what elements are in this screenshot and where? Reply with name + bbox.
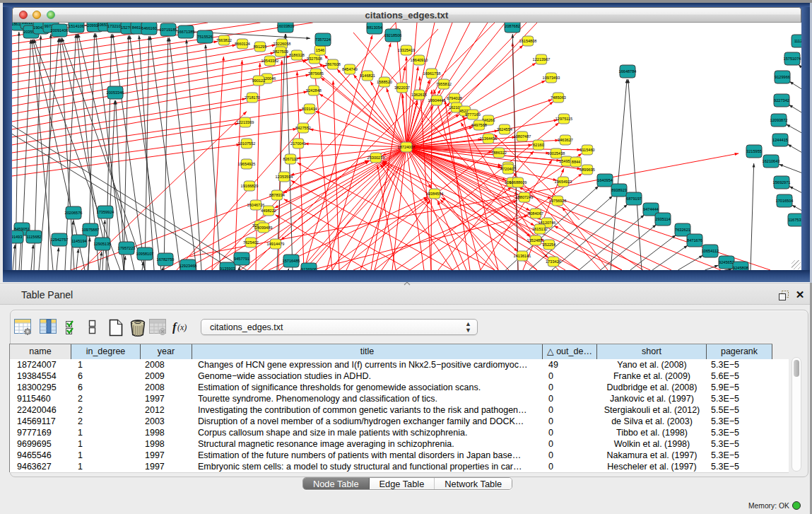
svg-text:15692971: 15692971	[773, 180, 791, 185]
svg-text:2935114: 2935114	[655, 217, 670, 221]
svg-text:18640910: 18640910	[411, 58, 428, 62]
svg-text:8471676: 8471676	[687, 238, 702, 243]
svg-text:7485063: 7485063	[551, 95, 566, 100]
svg-text:20091406: 20091406	[51, 28, 69, 33]
svg-text:9084067: 9084067	[528, 211, 543, 216]
svg-text:17016504: 17016504	[776, 199, 794, 203]
svg-text:10025438: 10025438	[548, 151, 565, 156]
svg-text:18724007: 18724007	[398, 145, 416, 149]
svg-text:12923468: 12923468	[180, 264, 197, 268]
svg-text:(x): (x)	[177, 322, 187, 332]
svg-text:1588520: 1588520	[377, 80, 392, 84]
svg-text:9327508: 9327508	[307, 57, 322, 61]
svg-text:25300273: 25300273	[367, 156, 385, 160]
svg-text:10807487: 10807487	[514, 134, 531, 139]
svg-text:19654925: 19654925	[238, 162, 256, 166]
svg-text:6794028: 6794028	[447, 96, 462, 100]
svg-text:19756928: 19756928	[549, 199, 567, 203]
svg-text:19904448: 19904448	[428, 98, 446, 103]
svg-text:9242848: 9242848	[306, 88, 322, 93]
svg-text:1115682: 1115682	[27, 235, 42, 239]
svg-text:12353594: 12353594	[276, 175, 293, 179]
svg-text:10654112: 10654112	[702, 249, 719, 253]
svg-text:12975115: 12975115	[555, 117, 572, 121]
svg-text:9136906: 9136906	[301, 267, 317, 270]
svg-text:6497568: 6497568	[471, 123, 487, 127]
svg-text:16154808: 16154808	[519, 39, 537, 43]
svg-text:21364436: 21364436	[480, 136, 498, 141]
svg-text:1514106: 1514106	[69, 24, 84, 28]
svg-text:16782759: 16782759	[157, 257, 175, 262]
svg-text:16648784: 16648784	[619, 69, 637, 74]
svg-text:8031414: 8031414	[302, 107, 317, 111]
svg-text:891295: 891295	[254, 45, 267, 49]
svg-text:9245808: 9245808	[733, 266, 748, 270]
svg-text:1615132: 1615132	[532, 227, 548, 231]
svg-text:4498222: 4498222	[261, 209, 276, 213]
svg-text:9227342: 9227342	[774, 98, 789, 103]
svg-text:1733426: 1733426	[546, 259, 561, 264]
svg-text:1362615: 1362615	[411, 93, 427, 97]
svg-text:2087682: 2087682	[505, 24, 520, 28]
svg-text:12213967: 12213967	[533, 57, 551, 62]
svg-text:12942757: 12942757	[51, 238, 69, 242]
svg-text:7886322: 7886322	[491, 151, 507, 155]
svg-text:8267110: 8267110	[283, 157, 298, 161]
svg-text:12905135: 12905135	[94, 242, 112, 246]
svg-text:11121: 11121	[794, 39, 801, 43]
svg-text:6899695: 6899695	[579, 168, 595, 172]
svg-text:16033809: 16033809	[277, 24, 295, 28]
svg-text:17957223: 17957223	[118, 246, 136, 250]
svg-text:9146821: 9146821	[360, 74, 375, 78]
svg-text:12213369: 12213369	[237, 120, 254, 124]
svg-text:7357224: 7357224	[315, 37, 331, 42]
svg-text:7625402: 7625402	[243, 240, 259, 245]
svg-text:9457791: 9457791	[234, 257, 249, 261]
svg-text:23226058: 23226058	[273, 42, 291, 46]
svg-text:16046726: 16046726	[247, 203, 265, 207]
svg-text:3822037: 3822037	[394, 86, 410, 90]
svg-text:8660124: 8660124	[235, 42, 250, 46]
svg-text:9129966: 9129966	[775, 75, 790, 79]
svg-text:1167533: 1167533	[788, 218, 801, 222]
svg-text:3875685: 3875685	[308, 71, 324, 76]
svg-text:13325419: 13325419	[398, 48, 416, 52]
svg-text:391493: 391493	[12, 235, 22, 239]
svg-text:1546: 1546	[316, 48, 324, 52]
svg-text:1640954: 1640954	[597, 178, 613, 182]
svg-text:8186328: 8186328	[289, 53, 305, 57]
svg-text:8813054: 8813054	[367, 25, 382, 30]
svg-text:10107552: 10107552	[238, 141, 256, 146]
svg-text:7632621: 7632621	[675, 228, 690, 232]
svg-text:20053346: 20053346	[107, 90, 124, 95]
svg-text:4720407: 4720407	[500, 167, 516, 171]
svg-text:9474444: 9474444	[643, 207, 659, 211]
svg-text:7955812: 7955812	[436, 82, 452, 86]
svg-text:19218506: 19218506	[384, 33, 402, 37]
svg-text:10975887: 10975887	[82, 228, 100, 232]
svg-text:8454749: 8454749	[342, 67, 358, 71]
svg-text:18807249: 18807249	[516, 195, 534, 199]
svg-text:8844: 8844	[572, 160, 580, 164]
svg-text:19166829: 19166829	[241, 184, 259, 188]
svg-text:10958107: 10958107	[136, 252, 154, 256]
svg-text:17359924: 17359924	[97, 210, 114, 214]
svg-text:16210643: 16210643	[763, 159, 780, 163]
svg-text:9115460: 9115460	[579, 148, 594, 152]
svg-text:19654923: 19654923	[555, 180, 572, 184]
svg-text:3215955: 3215955	[746, 149, 762, 153]
svg-text:9827509: 9827509	[273, 49, 288, 54]
svg-text:20206576: 20206576	[65, 211, 83, 215]
svg-text:16671385: 16671385	[177, 30, 195, 34]
svg-text:7663822: 7663822	[216, 38, 232, 42]
svg-text:15716485: 15716485	[283, 259, 300, 263]
svg-text:1145194: 1145194	[71, 239, 86, 243]
svg-text:19384554: 19384554	[426, 192, 444, 196]
svg-text:990122: 990122	[252, 78, 266, 83]
svg-text:15751074: 15751074	[784, 57, 801, 61]
svg-text:2170041: 2170041	[290, 141, 306, 146]
svg-text:6879197: 6879197	[626, 197, 642, 201]
svg-text:9463627: 9463627	[558, 138, 573, 142]
svg-text:10688609: 10688609	[510, 180, 527, 185]
svg-text:996117: 996117	[22, 23, 35, 25]
